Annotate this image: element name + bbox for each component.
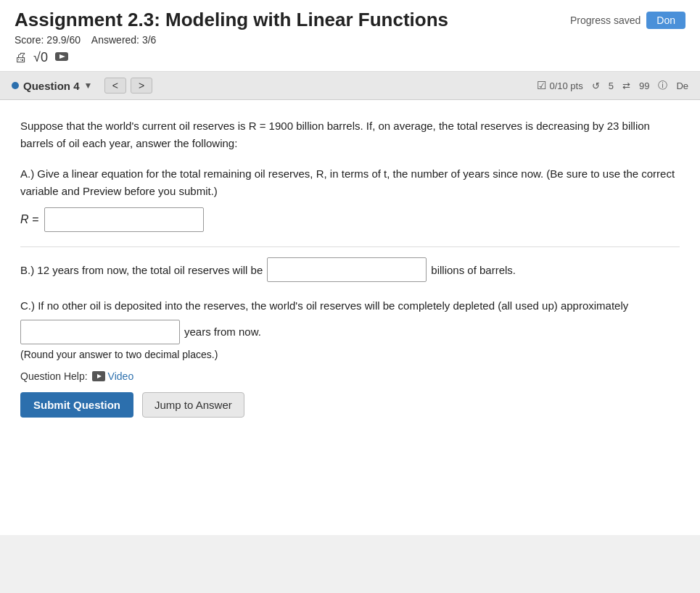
nav-next-button[interactable]: > bbox=[131, 78, 152, 94]
jump-to-answer-button[interactable]: Jump to Answer bbox=[142, 392, 244, 418]
nav-prev-button[interactable]: < bbox=[104, 78, 126, 94]
action-row: Submit Question Jump to Answer bbox=[20, 392, 680, 418]
arrow-icon: ⇄ bbox=[622, 80, 630, 91]
main-content: Suppose that the world's current oil res… bbox=[0, 100, 700, 535]
part-b-text1: B.) 12 years from now, the total oil res… bbox=[20, 260, 263, 280]
part-b-text2: billions of barrels. bbox=[431, 260, 516, 280]
part-a-input[interactable] bbox=[44, 207, 204, 232]
part-c-input[interactable] bbox=[20, 320, 180, 344]
part-b-input[interactable] bbox=[267, 257, 427, 282]
print-button[interactable]: 🖨 bbox=[15, 50, 28, 65]
header: Assignment 2.3: Modeling with Linear Fun… bbox=[0, 0, 700, 72]
help-label: Question Help: bbox=[20, 370, 88, 382]
r-equals-label: R = bbox=[20, 213, 38, 226]
header-top: Assignment 2.3: Modeling with Linear Fun… bbox=[15, 9, 685, 31]
problem-text: Suppose that the world's current oil res… bbox=[20, 117, 680, 152]
sqrt-icon: √0 bbox=[33, 50, 48, 65]
page-title: Assignment 2.3: Modeling with Linear Fun… bbox=[15, 9, 448, 31]
part-c-row: C.) If no other oil is deposited into th… bbox=[20, 296, 680, 344]
part-c-text1: C.) If no other oil is deposited into th… bbox=[20, 296, 628, 315]
answered-label: Answered: 3/6 bbox=[91, 34, 157, 46]
print-icon: 🖨 bbox=[15, 50, 28, 65]
part-c-text2: years from now. bbox=[184, 323, 261, 341]
part-b-row: B.) 12 years from now, the total oil res… bbox=[20, 257, 680, 282]
question-bar: Question 4 ▼ < > ☑ 0/10 pts ↺ 5 ⇄ 99 ⓘ D… bbox=[0, 72, 700, 100]
submit-button[interactable]: Submit Question bbox=[20, 392, 133, 418]
de-label: De bbox=[676, 80, 688, 91]
score-label: Score: 29.9/60 bbox=[15, 34, 81, 46]
mic-icon bbox=[54, 51, 70, 65]
progress-saved: Progress saved bbox=[570, 14, 641, 26]
page: Assignment 2.3: Modeling with Linear Fun… bbox=[0, 0, 700, 593]
arrow-count: 99 bbox=[639, 80, 649, 91]
pts-badge: ☑ 0/10 pts bbox=[537, 79, 582, 92]
question-help: Question Help: Video bbox=[20, 370, 680, 382]
toolbar: 🖨 √0 bbox=[15, 50, 685, 65]
video-label: Video bbox=[108, 370, 134, 382]
retry-count: 5 bbox=[609, 80, 614, 91]
question-dropdown[interactable]: ▼ bbox=[84, 80, 93, 91]
score-line: Score: 29.9/60 Answered: 3/6 bbox=[15, 34, 685, 46]
round-note: (Round your answer to two decimal places… bbox=[20, 349, 680, 360]
part-a-label: A.) Give a linear equation for the total… bbox=[20, 165, 680, 200]
question-nav-left: Question 4 ▼ < > bbox=[12, 78, 152, 94]
separator-ab bbox=[20, 246, 680, 247]
video-link[interactable]: Video bbox=[92, 370, 134, 382]
info-icon: ⓘ bbox=[658, 79, 667, 92]
retry-icon: ↺ bbox=[592, 80, 600, 91]
question-dot bbox=[12, 82, 19, 89]
header-right: Progress saved Don bbox=[570, 12, 685, 29]
part-a-text: A.) Give a linear equation for the total… bbox=[20, 167, 675, 197]
part-a-input-row: R = bbox=[20, 207, 680, 232]
pts-label: 0/10 pts bbox=[549, 80, 582, 91]
question-label: Question 4 bbox=[23, 80, 80, 92]
checkbox-icon: ☑ bbox=[537, 79, 546, 92]
done-button[interactable]: Don bbox=[646, 12, 685, 29]
video-icon bbox=[92, 371, 105, 381]
question-nav-right: ☑ 0/10 pts ↺ 5 ⇄ 99 ⓘ De bbox=[537, 79, 688, 92]
part-c-block: C.) If no other oil is deposited into th… bbox=[20, 296, 680, 344]
